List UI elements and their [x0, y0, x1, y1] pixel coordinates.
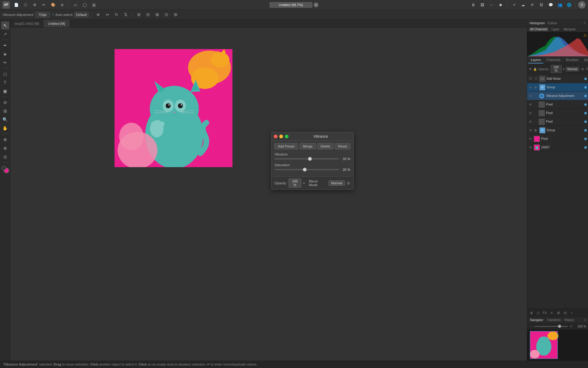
- chat-icon[interactable]: 💬: [547, 1, 555, 9]
- navigator-preview[interactable]: [527, 330, 588, 360]
- subtab-layer[interactable]: Layer: [550, 27, 560, 31]
- effects-menu[interactable]: ⚙: [31, 1, 39, 9]
- new-layer-btn[interactable]: +: [569, 310, 575, 316]
- tab-transform[interactable]: Transform: [546, 318, 562, 322]
- reset-btn[interactable]: Reset: [335, 143, 350, 149]
- layer-lock-toggle[interactable]: 🔒: [533, 67, 537, 71]
- tab-blog01[interactable]: blog01-0402 [M]: [10, 20, 44, 27]
- tool-text[interactable]: T: [1, 79, 9, 86]
- opacity-value[interactable]: 100 %: [551, 65, 562, 73]
- navigator-expand[interactable]: ≡: [584, 318, 586, 322]
- tab-brushes[interactable]: Brushes: [564, 57, 581, 63]
- photo-icon[interactable]: 🖼: [478, 1, 486, 9]
- tab-layers[interactable]: Layers: [528, 57, 543, 63]
- artwork-canvas[interactable]: [115, 49, 232, 167]
- layer-item-vibrance[interactable]: 👁 Vibrance Adjustment: [527, 92, 588, 100]
- cloud-icon[interactable]: ☁: [519, 1, 527, 9]
- link-icon[interactable]: ⛓: [537, 1, 545, 9]
- canvas-content[interactable]: [10, 28, 527, 361]
- subtab-marquee[interactable]: Marquee: [562, 27, 577, 31]
- fx-btn[interactable]: FX: [542, 310, 548, 316]
- blend-mode-dropdown[interactable]: Normal: [566, 67, 579, 71]
- tool-fill[interactable]: ▣: [1, 87, 9, 95]
- tool-direct-select[interactable]: ↗: [1, 30, 9, 38]
- tl-maximize[interactable]: [285, 135, 288, 138]
- layer-vis-pixel1[interactable]: 👁: [528, 102, 533, 107]
- layer-item-pixel2[interactable]: 👁 Pixel: [527, 109, 588, 117]
- layer-settings-icon[interactable]: ⚙: [580, 67, 585, 71]
- vibrance-thumb[interactable]: [308, 157, 312, 161]
- mask-menu[interactable]: ⊘: [58, 1, 66, 9]
- saturation-thumb[interactable]: [303, 168, 307, 171]
- zoom-slider[interactable]: [534, 326, 568, 327]
- saturation-track[interactable]: [274, 169, 339, 170]
- duplicate-layer-btn[interactable]: ⊞: [555, 310, 561, 316]
- tab-histogram[interactable]: Histogram: [530, 21, 545, 25]
- tool-brush[interactable]: ✏: [1, 59, 9, 67]
- layer-vis-24667[interactable]: 👁: [528, 145, 533, 150]
- brush-menu[interactable]: ✏: [40, 1, 48, 9]
- layer-item-24667[interactable]: 👁 24667: [527, 143, 588, 152]
- zoom-thumb[interactable]: [558, 325, 561, 328]
- select-col[interactable]: ▥: [90, 1, 98, 9]
- transform-icon[interactable]: ⊕: [95, 11, 102, 18]
- align-center[interactable]: ⊟: [145, 11, 152, 18]
- layer-vis-pixel-magenta[interactable]: 👁: [528, 137, 533, 141]
- tool-patch[interactable]: ◎: [1, 153, 9, 161]
- bg-color-swatch[interactable]: [2, 166, 6, 170]
- vp-opacity-arrow[interactable]: ▾: [303, 182, 305, 185]
- layer-item-pixel-magenta[interactable]: 👁 Pixel: [527, 135, 588, 143]
- layer-item-add-noise[interactable]: ☒ ☑ FX Add Noise: [527, 75, 588, 83]
- layer-item-pixel3[interactable]: 👁 Pixel: [527, 117, 588, 126]
- layers-menu[interactable]: ⬡: [21, 1, 29, 9]
- tl-minimize[interactable]: [279, 135, 283, 138]
- layer-vis-group1[interactable]: 👁: [528, 85, 533, 90]
- add-adjustment-btn[interactable]: ⊕: [528, 310, 534, 316]
- tool-zoom[interactable]: 🔍: [1, 116, 9, 124]
- record-icon[interactable]: ⏺: [497, 1, 505, 9]
- align-top[interactable]: ⊡: [163, 11, 170, 18]
- autoselect-dropdown[interactable]: Default: [74, 12, 89, 17]
- tab-untitled[interactable]: Untitled [M]: [44, 20, 70, 27]
- flip-icon[interactable]: ⇅: [122, 11, 130, 18]
- delete-layer-btn[interactable]: ✕: [548, 310, 555, 316]
- distribute[interactable]: ⊞: [172, 11, 179, 18]
- web-icon[interactable]: 🌐: [565, 1, 573, 9]
- subtab-all-channels[interactable]: All Channels: [529, 27, 548, 31]
- dpi-value[interactable]: 72dpi: [35, 12, 50, 17]
- tool-pointer[interactable]: ↖: [1, 21, 9, 29]
- tool-hand[interactable]: ✋: [1, 124, 9, 132]
- monitor-icon[interactable]: 🖥: [469, 1, 477, 9]
- zoom-minus[interactable]: −: [529, 324, 533, 328]
- layer-item-pixel1[interactable]: 👁 Pixel: [527, 100, 588, 109]
- group-layers-btn[interactable]: ⊟: [562, 310, 568, 316]
- layer-visibility-toggle[interactable]: 👁: [529, 67, 532, 71]
- tool-pen[interactable]: ✒: [1, 41, 9, 49]
- autoselect-checkbox[interactable]: ✓ Auto-select: Default: [52, 12, 89, 17]
- file-menu[interactable]: 📄: [12, 1, 20, 9]
- layer-fx-icon[interactable]: FX: [586, 67, 588, 71]
- tool-shape[interactable]: ◻: [1, 70, 9, 78]
- tool-node[interactable]: ◈: [1, 50, 9, 58]
- layer-vis-pixel3[interactable]: 👁: [528, 120, 533, 124]
- rotate-icon[interactable]: ↻: [113, 11, 120, 18]
- layer-item-group1[interactable]: 👁 ▶ G Group: [527, 83, 588, 92]
- layer-item-group2[interactable]: 👁 ▶ G Group: [527, 126, 588, 135]
- tool-heal[interactable]: ⊗: [1, 144, 9, 152]
- share-icon[interactable]: ↗: [510, 1, 518, 9]
- opacity-arrow[interactable]: ▾: [563, 67, 564, 71]
- select-ellipse[interactable]: ◯: [81, 1, 89, 9]
- vp-settings-icon[interactable]: ⚙: [347, 181, 350, 186]
- arrows-icon[interactable]: ↔: [488, 1, 496, 9]
- vibrance-track[interactable]: [274, 158, 339, 159]
- delete-btn[interactable]: Delete: [317, 143, 334, 149]
- tab-stock[interactable]: Stock: [582, 57, 588, 63]
- sync-icon[interactable]: ⟳: [528, 1, 536, 9]
- color-menu[interactable]: 🎨: [49, 1, 57, 9]
- select-rect[interactable]: ▭: [71, 1, 79, 9]
- tab-history[interactable]: History: [563, 318, 575, 322]
- layer-vis-vibrance[interactable]: 👁: [528, 94, 533, 98]
- layer-vis-add-noise[interactable]: ☒: [528, 77, 533, 81]
- vp-opacity-value[interactable]: 100 %: [288, 178, 301, 188]
- tab-colour[interactable]: Colour: [547, 21, 557, 25]
